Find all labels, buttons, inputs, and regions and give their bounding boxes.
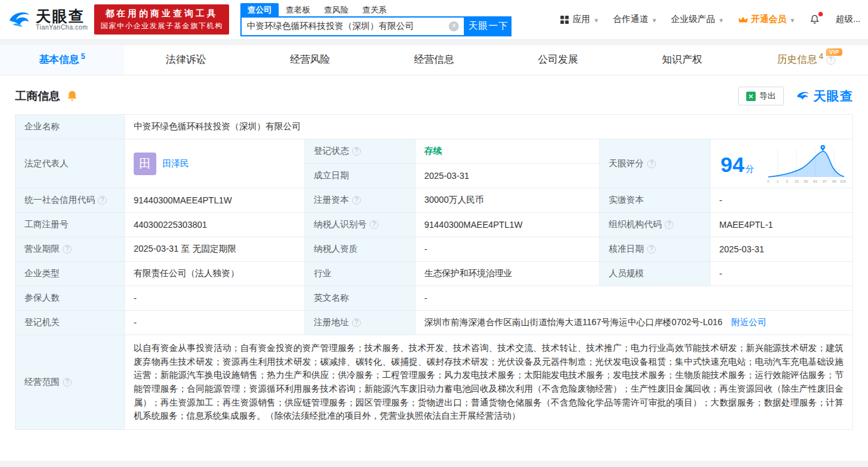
row-credit-code: 统一社会信用代码 91440300MAEE4PTL1W 注册资本 30000万人… (16, 188, 853, 213)
megaphone-icon[interactable] (66, 90, 78, 102)
tab-legal-proceedings[interactable]: 法律诉讼 (124, 45, 249, 75)
help-icon[interactable] (63, 378, 72, 387)
logo-name: 天眼查 (36, 8, 88, 24)
search-input[interactable] (247, 21, 449, 31)
value-text: 2025-03-31 至 无固定期限 (134, 244, 236, 254)
row-reg-number: 工商注册号 440300225303801 纳税人识别号 91440300MAE… (16, 213, 853, 237)
nav-enterprise-label: 企业级产品 (671, 14, 715, 25)
value-text: - (719, 269, 722, 279)
nav-enterprise-products[interactable]: 企业级产品 (671, 14, 723, 25)
tab-basic-info[interactable]: 基本信息 5 (0, 45, 124, 75)
nav-cooperation[interactable]: 合作通道 (613, 14, 656, 25)
help-icon[interactable] (98, 196, 107, 205)
help-icon[interactable] (352, 196, 361, 205)
row-reg-authority: 登记机关 - 注册地址 深圳市前海深港合作区南山街道怡海大道1167号海运中心口… (16, 311, 853, 335)
tianyancha-swirl-icon (6, 6, 33, 33)
excel-icon (746, 92, 756, 101)
label-text: 参保人数 (24, 293, 60, 303)
score-unit: 分 (746, 164, 754, 174)
search-box[interactable] (240, 16, 465, 36)
label-text: 纳税人识别号 (314, 219, 367, 229)
tab-company-development[interactable]: 公司发展 (496, 45, 620, 75)
field-value: 2025-03-31 (415, 164, 600, 188)
field-value: - (415, 237, 600, 262)
field-value: 91440300MAEE4PTL1W (125, 188, 305, 213)
score-number: 94 (721, 153, 744, 176)
legal-rep-link[interactable]: 田泽民 (163, 158, 189, 169)
field-label: 组织机构代码 (600, 213, 710, 237)
field-label: 营业期限 (16, 237, 125, 262)
avatar[interactable]: 田 (134, 153, 156, 175)
field-value: 2025-03-31 (710, 237, 853, 262)
tab-history-info[interactable]: VIP 历史信息 4 (744, 45, 868, 75)
search-tab-relation[interactable]: 查关系 (355, 3, 394, 16)
field-value: 2025-03-31 至 无固定期限 (125, 237, 305, 262)
chevron-down-icon (651, 14, 656, 24)
search-tab-risk[interactable]: 查风险 (317, 3, 355, 16)
export-button[interactable]: 导出 (738, 87, 784, 105)
field-label: 成立日期 (305, 164, 415, 188)
tab-label: 经营风险 (290, 53, 330, 67)
help-icon[interactable] (647, 245, 656, 254)
value-text: 生态保护和环境治理业 (424, 268, 512, 278)
nav-upgrade-vip[interactable]: 开通会员 (738, 14, 795, 25)
tab-operating-info[interactable]: 经营信息 (372, 45, 496, 75)
label-text: 营业期限 (24, 244, 60, 254)
help-icon[interactable] (352, 318, 361, 327)
top-nav: 应用 合作通道 企业级产品 开通会员 超级... (560, 14, 860, 25)
field-label: 纳税人识别号 (305, 213, 415, 237)
field-value: MAEE4PTL-1 (710, 213, 853, 237)
field-label: 统一社会信用代码 (16, 188, 125, 213)
label-text: 法定代表人 (24, 158, 68, 168)
chevron-down-icon (790, 14, 795, 24)
tab-intellectual-property[interactable]: 知识产权 (620, 45, 744, 75)
help-icon[interactable] (63, 245, 72, 254)
field-label: 纳税人资质 (305, 237, 415, 262)
field-value: 生态保护和环境治理业 (415, 262, 600, 286)
help-icon[interactable] (370, 220, 378, 229)
tab-operating-risk[interactable]: 经营风险 (248, 45, 372, 75)
nav-apps[interactable]: 应用 (560, 14, 598, 25)
field-label: 天眼评分 (600, 139, 710, 188)
top-header: 天眼查 TianYanCha.com 都在用的商业查询工具 国家中小企业发展子基… (0, 0, 868, 39)
help-icon[interactable] (827, 56, 835, 65)
label-text: 注册地址 (314, 317, 349, 327)
label-text: 核准日期 (609, 244, 644, 254)
field-value: 有限责任公司（法人独资） (125, 262, 305, 286)
help-icon[interactable] (352, 147, 361, 156)
row-insured-count: 参保人数 - 英文名称 - (16, 286, 853, 311)
help-icon[interactable] (647, 159, 656, 168)
value-text: - (134, 318, 137, 328)
field-label: 参保人数 (16, 286, 125, 311)
score-chart: 0 1 3 15 50 81 97 99 100 (764, 144, 846, 185)
score-cell[interactable]: 94分 (710, 139, 853, 188)
tianyancha-logo[interactable]: 天眼查 TianYanCha.com (6, 6, 88, 33)
field-value: 中资环绿色循环科技投资（深圳）有限公司 (125, 115, 853, 139)
value-text: - (424, 244, 427, 254)
nav-super-vip[interactable]: 超级... (835, 14, 860, 25)
vip-badge: VIP (826, 48, 842, 56)
apps-grid-icon (560, 15, 569, 24)
svg-text:81: 81 (813, 180, 818, 183)
label-text: 企业名称 (24, 121, 60, 131)
label-text: 登记状态 (314, 146, 349, 156)
svg-text:97: 97 (823, 180, 827, 183)
search-tab-company[interactable]: 查公司 (240, 3, 279, 16)
row-business-scope: 经营范围 以自有资金从事投资活动；自有资金投资的资产管理服务；技术服务、技术开发… (16, 335, 853, 430)
row-legal-rep-status: 法定代表人 田 田泽民 登记状态 存续 天眼评分 94分 (16, 139, 853, 164)
row-company-type: 企业类型 有限责任公司（法人独资） 行业 生态保护和环境治理业 人员规模 - (16, 262, 853, 286)
clear-icon[interactable] (449, 21, 459, 31)
notification-bell[interactable] (809, 14, 820, 25)
search-button[interactable]: 天眼一下 (465, 16, 512, 36)
search-tab-boss[interactable]: 查老板 (279, 3, 317, 16)
tab-label: 基本信息 (39, 53, 79, 67)
label-text: 人员规模 (609, 268, 644, 278)
value-text: - (134, 293, 137, 303)
field-label: 登记机关 (16, 311, 125, 335)
nearby-companies-link[interactable]: 附近公司 (731, 317, 766, 327)
field-label: 人员规模 (600, 262, 710, 286)
help-icon[interactable] (665, 220, 673, 229)
field-value: 存续 (415, 139, 600, 164)
chevron-down-icon (718, 14, 723, 24)
label-text: 经营范围 (24, 377, 60, 387)
